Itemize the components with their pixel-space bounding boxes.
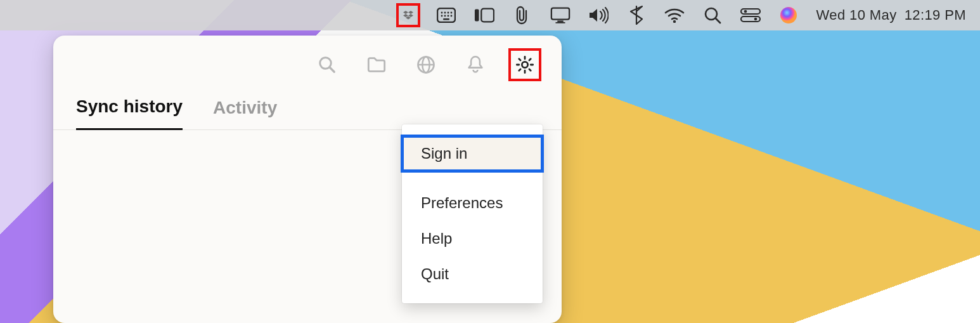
menu-item-quit[interactable]: Quit — [402, 256, 543, 292]
siri-icon[interactable] — [778, 5, 799, 25]
paperclip-icon[interactable] — [512, 5, 532, 25]
tab-sync-history[interactable]: Sync history — [76, 96, 183, 130]
panel-toolbar — [53, 36, 562, 82]
search-icon[interactable] — [316, 53, 338, 76]
svg-point-9 — [450, 12, 452, 14]
dropbox-icon[interactable] — [398, 5, 418, 25]
dropbox-panel: Sync history Activity Sign in Preference… — [53, 36, 562, 323]
control-center-icon[interactable] — [740, 5, 761, 25]
svg-rect-17 — [551, 8, 569, 20]
svg-rect-16 — [481, 9, 494, 22]
settings-menu: Sign in Preferences Help Quit — [402, 124, 543, 303]
menubar-clock[interactable]: Wed 10 May 12:19 PM — [816, 7, 966, 23]
menu-item-help[interactable]: Help — [402, 221, 543, 256]
svg-point-24 — [744, 10, 747, 13]
svg-marker-2 — [403, 14, 408, 17]
svg-rect-5 — [437, 8, 455, 22]
svg-rect-18 — [557, 20, 563, 22]
wifi-icon[interactable] — [664, 5, 685, 25]
volume-icon[interactable] — [588, 5, 609, 25]
svg-rect-19 — [555, 22, 565, 23]
keyboard-viewer-icon[interactable] — [436, 5, 456, 25]
svg-point-11 — [444, 15, 446, 17]
svg-line-22 — [716, 18, 720, 23]
svg-marker-3 — [408, 14, 413, 17]
menu-separator — [402, 171, 543, 185]
menubar-status-icons — [398, 5, 799, 25]
folder-icon[interactable] — [365, 53, 388, 76]
svg-point-12 — [447, 15, 449, 17]
tab-activity[interactable]: Activity — [213, 98, 277, 129]
svg-point-10 — [441, 15, 442, 17]
menubar-date: Wed 10 May — [816, 7, 897, 23]
svg-point-20 — [673, 20, 675, 23]
menu-item-preferences[interactable]: Preferences — [402, 185, 543, 221]
panel-tabs: Sync history Activity — [53, 82, 562, 130]
sidecar-icon[interactable] — [474, 5, 494, 25]
macos-menubar: Wed 10 May 12:19 PM — [0, 0, 980, 30]
spotlight-icon[interactable] — [702, 5, 723, 25]
svg-rect-25 — [741, 16, 760, 22]
svg-point-33 — [522, 62, 527, 67]
svg-point-13 — [450, 15, 452, 17]
globe-icon[interactable] — [415, 53, 437, 76]
svg-point-8 — [447, 12, 449, 14]
svg-marker-4 — [406, 16, 411, 20]
svg-rect-23 — [741, 9, 760, 14]
menubar-time: 12:19 PM — [905, 7, 966, 23]
bell-icon[interactable] — [464, 53, 487, 76]
bluetooth-icon[interactable] — [626, 5, 647, 25]
svg-point-6 — [441, 12, 442, 14]
svg-rect-15 — [474, 10, 479, 22]
menu-item-sign-in[interactable]: Sign in — [402, 136, 543, 171]
svg-rect-14 — [443, 18, 449, 20]
display-icon[interactable] — [550, 5, 571, 25]
svg-point-26 — [754, 18, 757, 21]
svg-line-29 — [330, 67, 335, 72]
svg-point-27 — [780, 7, 797, 23]
svg-marker-1 — [408, 11, 413, 14]
gear-icon[interactable] — [513, 53, 536, 76]
svg-marker-0 — [403, 11, 408, 14]
svg-point-7 — [444, 12, 446, 14]
